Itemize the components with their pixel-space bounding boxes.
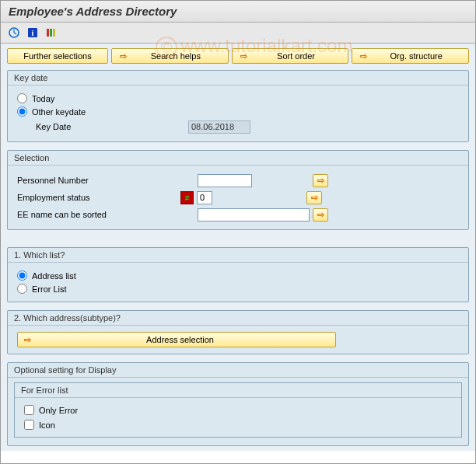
arrow-right-icon: ⇨ [120,51,127,61]
org-structure-button[interactable]: ⇨ Org. structure [352,48,469,64]
ename-multi-select-button[interactable]: ⇨ [313,208,328,222]
status-input[interactable] [197,191,212,204]
sort-order-button[interactable]: ⇨ Sort order [232,48,349,64]
arrow-right-icon: ⇨ [240,51,247,61]
keydate-group-title: Key date [8,71,468,85]
optional-display-title: Optional setting for Display [8,363,468,378]
error-list-radio[interactable] [17,284,27,294]
address-list-label: Address list [32,271,76,281]
for-error-list-title: For Error list [15,383,461,398]
which-list-title: 1. Which list? [8,248,468,263]
other-keydate-label: Other keydate [32,107,86,117]
further-selections-button[interactable]: Further selections [7,48,108,64]
arrow-right-icon: ⇨ [24,335,31,345]
svg-rect-6 [50,29,52,37]
for-error-list-group: For Error list Only Error Icon [14,382,462,438]
pernr-multi-select-button[interactable]: ⇨ [313,174,328,187]
not-equal-icon[interactable]: ≠ [180,191,194,204]
toolbar: i [1,23,475,44]
status-multi-select-button[interactable]: ⇨ [306,191,322,204]
svg-rect-7 [53,29,55,37]
address-selection-button[interactable]: ⇨ Address selection [17,332,336,347]
arrow-right-icon: ⇨ [360,51,367,61]
page-title: Employee's Address Directory [1,1,475,23]
which-list-group: 1. Which list? Address list Error List [7,247,469,302]
search-helps-button[interactable]: ⇨ Search helps [111,48,229,64]
which-address-group: 2. Which address(subtype)? ⇨ Address sel… [7,310,469,354]
ename-label: EE name can be sorted [17,210,126,219]
info-icon[interactable]: i [26,26,40,40]
variant-icon[interactable] [44,26,58,40]
status-label: Employment status [17,193,126,202]
icon-label: Icon [39,420,55,430]
optional-display-group: Optional setting for Display For Error l… [7,362,469,446]
other-keydate-radio[interactable] [17,106,27,117]
svg-line-2 [14,33,16,34]
icon-checkbox[interactable] [24,420,34,430]
only-error-label: Only Error [39,406,78,415]
ename-input[interactable] [198,208,310,222]
today-radio[interactable] [17,93,27,103]
pernr-label: Personnel Number [17,176,126,185]
main-content: Further selections ⇨ Search helps ⇨ Sort… [1,44,475,451]
only-error-checkbox[interactable] [24,405,34,415]
execute-icon[interactable] [7,26,21,40]
today-label: Today [32,94,54,103]
svg-text:i: i [32,29,34,37]
selection-group-title: Selection [8,151,468,166]
top-button-row: Further selections ⇨ Search helps ⇨ Sort… [7,48,469,64]
keydate-group: Key date Today Other keydate Key Date [7,70,469,142]
address-list-radio[interactable] [17,270,27,281]
keydate-input[interactable] [188,120,250,134]
pernr-input[interactable] [198,174,252,187]
error-list-label: Error List [32,284,67,294]
keydate-field-label: Key Date [17,122,188,131]
which-address-title: 2. Which address(subtype)? [8,311,468,326]
selection-group: Selection Personnel Number ⇨ Employment … [7,150,469,230]
svg-rect-5 [47,29,49,37]
